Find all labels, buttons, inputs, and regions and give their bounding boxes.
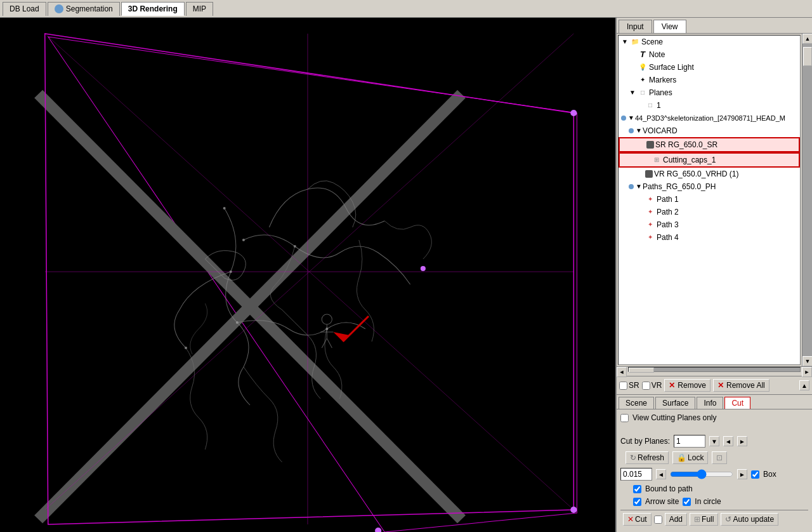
tree-expand-cutting[interactable] (643, 156, 650, 164)
box-checkbox[interactable] (751, 470, 759, 479)
tree-item-path3[interactable]: ✦ Path 3 (619, 218, 800, 231)
tree-expand-light[interactable] (629, 63, 636, 71)
tree-expand-path1[interactable] (636, 196, 644, 203)
tree-item-path4[interactable]: ✦ Path 4 (619, 231, 800, 244)
refresh-button[interactable]: ↻ Refresh (625, 451, 669, 464)
svg-line-1 (39, 94, 462, 519)
add-button[interactable]: Add (665, 513, 687, 526)
tree-expand-paths-rg[interactable]: ▼ (635, 183, 643, 190)
tree-expand-p3d3[interactable]: ▼ (627, 114, 635, 122)
cut-planes-prev-btn[interactable]: ◄ (723, 436, 733, 446)
tree-expand-note[interactable] (629, 51, 636, 58)
cut-button[interactable]: ✕ Cut (623, 513, 652, 526)
svg-point-11 (223, 207, 226, 209)
remove-button[interactable]: ✕ Remove (664, 379, 710, 392)
auto-update-icon: ↺ (725, 515, 731, 524)
sr-rg-icon (646, 141, 654, 149)
tree-expand-planes[interactable]: ▼ (629, 89, 636, 96)
cut-slider[interactable] (670, 469, 733, 479)
tree-item-planes-1[interactable]: □ 1 (619, 99, 800, 112)
in-circle-checkbox[interactable] (683, 498, 691, 506)
scroll-track[interactable] (802, 44, 812, 356)
tab-db-load[interactable]: DB Load (3, 2, 46, 16)
tree-scrollbar[interactable]: ▲ ▼ (802, 34, 812, 366)
vr-checkbox-wrap: VR (642, 381, 662, 390)
icon3-button[interactable]: ⊡ (712, 451, 727, 464)
bound-to-path-checkbox[interactable] (633, 485, 641, 493)
tab-scene[interactable]: Scene (619, 397, 654, 409)
tab-view[interactable]: View (653, 20, 686, 33)
tree-item-sr-rg[interactable]: SR RG_650.0_SR (619, 137, 800, 152)
tree-expand-path2[interactable] (636, 208, 644, 216)
sr-checkbox[interactable] (619, 382, 627, 390)
view-cutting-checkbox[interactable] (620, 414, 629, 422)
tree-item-surface-light[interactable]: 💡 Surface Light (619, 61, 800, 74)
cut-planes-dropdown-btn[interactable]: ▼ (709, 436, 719, 446)
tree-expand-scene[interactable]: ▼ (621, 38, 629, 46)
scroll-down-btn[interactable]: ▼ (802, 356, 812, 366)
tree-expand-vr-rg[interactable] (636, 170, 644, 178)
tree-expand-voicard[interactable]: ▼ (635, 127, 643, 135)
remove-all-button[interactable]: ✕ Remove All (713, 379, 769, 392)
tab-segmentation[interactable]: Segmentation (48, 2, 120, 16)
tree-expand-planes-1[interactable] (636, 102, 644, 109)
path1-icon: ✦ (645, 194, 655, 204)
h-scroll-thumb[interactable] (629, 368, 654, 373)
svg-point-17 (325, 328, 328, 330)
arrow-site-checkbox[interactable] (633, 498, 641, 506)
svg-line-24 (327, 338, 332, 348)
scroll-up-btn[interactable]: ▲ (802, 34, 812, 44)
tab-3d-rendering[interactable]: 3D Rendering (121, 2, 185, 16)
tree-item-vr-rg[interactable]: VR RG_650.0_VRHD (1) (619, 168, 800, 180)
tab-info[interactable]: Info (697, 397, 723, 409)
full-button[interactable]: ⊞ Full (690, 513, 718, 526)
h-scroll-right-btn[interactable]: ► (802, 367, 812, 377)
tab-input[interactable]: Input (619, 20, 652, 33)
action-row: SR VR ✕ Remove ✕ Remove All ▲ (617, 376, 812, 395)
path4-icon: ✦ (645, 232, 655, 243)
slider-value-input[interactable] (620, 468, 652, 481)
tree-expand-path4[interactable] (636, 234, 644, 241)
bottom-action-row: ✕ Cut Add ⊞ Full ↺ Auto update (620, 510, 808, 528)
vr-checkbox[interactable] (642, 382, 650, 390)
slider-right-btn[interactable]: ► (737, 469, 747, 479)
voicard-icon (629, 128, 634, 133)
tab-surface[interactable]: Surface (655, 397, 695, 409)
auto-update-button[interactable]: ↺ Auto update (721, 513, 778, 526)
tree-item-p3d3[interactable]: ▼ 44_P3D3^skeletonization_[24790871]_HEA… (619, 112, 800, 124)
tree-item-markers[interactable]: ✦ Markers (619, 74, 800, 86)
collapse-button[interactable]: ▲ (799, 380, 809, 390)
svg-point-9 (421, 266, 426, 271)
tab-cut[interactable]: Cut (724, 397, 750, 409)
resize-icon: ⊡ (716, 453, 723, 462)
tree-item-path2[interactable]: ✦ Path 2 (619, 206, 800, 218)
tree-item-planes[interactable]: ▼ □ Planes (619, 86, 800, 99)
cut-planes-next-btn[interactable]: ► (737, 436, 747, 446)
scene-icon: 📁 (630, 37, 640, 47)
cut-by-planes-input[interactable] (674, 435, 705, 448)
arrow-site-label: Arrow site (645, 497, 679, 506)
tree-item-note[interactable]: T Note (619, 48, 800, 61)
tree-item-cutting-caps[interactable]: ⊞ Cutting_caps_1 (619, 152, 800, 168)
tree-expand-markers[interactable] (629, 76, 636, 84)
tree-item-scene[interactable]: ▼ 📁 Scene (619, 36, 800, 48)
svg-point-10 (375, 528, 381, 532)
scroll-thumb[interactable] (803, 47, 812, 66)
tree-expand-path3[interactable] (636, 221, 644, 229)
viewport-canvas (0, 18, 615, 532)
tab-mip[interactable]: MIP (186, 2, 213, 16)
svg-line-23 (322, 338, 327, 348)
vr-label: VR (652, 381, 662, 390)
light-icon: 💡 (638, 62, 648, 72)
add-checkbox[interactable] (654, 515, 662, 524)
lock-button[interactable]: 🔒 Lock (672, 451, 708, 464)
tree-item-voicard[interactable]: ▼ VOICARD (619, 124, 800, 137)
svg-point-8 (570, 507, 577, 513)
tree-item-paths-rg[interactable]: ▼ Paths_RG_650.0_PH (619, 180, 800, 193)
slider-left-btn[interactable]: ◄ (656, 469, 666, 479)
tree-expand-sr-rg[interactable] (638, 141, 645, 149)
h-scroll-track[interactable] (628, 367, 801, 372)
viewport[interactable] (0, 18, 615, 532)
tree-item-path1[interactable]: ✦ Path 1 (619, 193, 800, 206)
h-scroll-left-btn[interactable]: ◄ (617, 367, 627, 377)
